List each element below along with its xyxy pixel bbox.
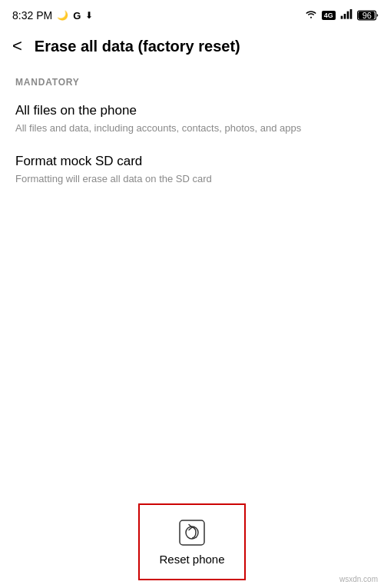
- list-item-title-all-files: All files on the phone: [15, 103, 369, 118]
- svg-rect-1: [343, 14, 346, 19]
- svg-rect-7: [180, 520, 204, 545]
- svg-rect-3: [349, 9, 352, 19]
- reset-phone-icon: [178, 519, 206, 546]
- status-bar-right: 4G 96: [305, 8, 372, 22]
- status-time: 8:32 PM: [12, 9, 52, 22]
- list-item-desc-sd-card: Formatting will erase all data on the SD…: [15, 172, 369, 186]
- bottom-area: Reset phone: [0, 503, 384, 588]
- svg-rect-2: [346, 12, 349, 19]
- list-item-title-sd-card: Format mock SD card: [15, 154, 369, 169]
- wifi-icon: [305, 8, 317, 22]
- list-item-desc-all-files: All files and data, including accounts, …: [15, 121, 369, 135]
- signal-icon: [340, 8, 353, 22]
- page-title: Erase all data (factory reset): [35, 37, 240, 55]
- section-label: MANDATORY: [15, 77, 369, 88]
- reset-phone-label: Reset phone: [159, 553, 224, 566]
- google-icon: G: [73, 10, 81, 22]
- reset-phone-button[interactable]: Reset phone: [138, 503, 246, 580]
- download-icon: ⬇: [85, 10, 93, 21]
- list-item-all-files: All files on the phone All files and dat…: [15, 103, 369, 135]
- moon-icon: 🌙: [57, 10, 68, 21]
- watermark: wsxdn.com: [339, 575, 378, 583]
- svg-rect-0: [340, 16, 343, 19]
- battery-icon: 96: [357, 10, 372, 21]
- page-header: < Erase all data (factory reset): [0, 28, 384, 65]
- list-item-sd-card: Format mock SD card Formatting will eras…: [15, 154, 369, 186]
- content-area: MANDATORY All files on the phone All fil…: [0, 65, 384, 217]
- status-bar: 8:32 PM 🌙 G ⬇ 4G: [0, 0, 384, 28]
- back-button[interactable]: <: [12, 38, 22, 55]
- lte-icon: 4G: [322, 11, 336, 20]
- status-bar-left: 8:32 PM 🌙 G ⬇: [12, 9, 93, 22]
